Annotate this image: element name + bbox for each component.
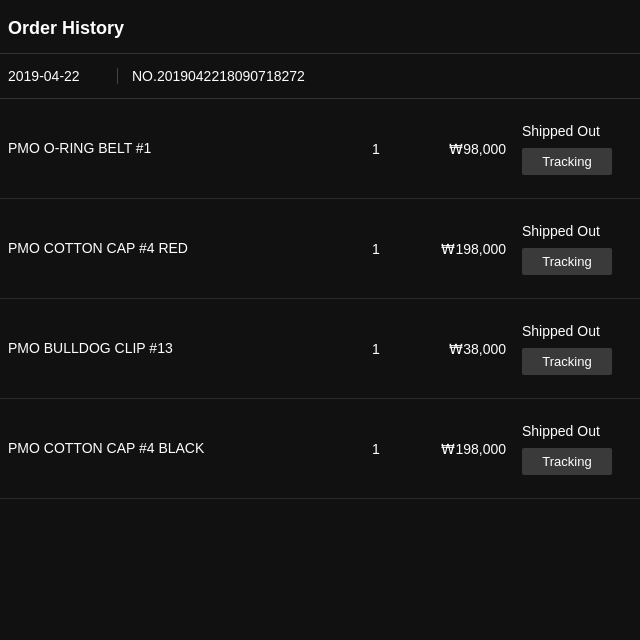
shipped-out-label-2: Shipped Out xyxy=(522,222,600,240)
item-status-col-1: Shipped Out Tracking xyxy=(522,122,632,175)
order-items-list: PMO O-RING BELT #1 1 ₩98,000 Shipped Out… xyxy=(0,99,640,499)
shipped-out-label-4: Shipped Out xyxy=(522,422,600,440)
order-date: 2019-04-22 xyxy=(8,68,118,84)
item-name-4: PMO COTTON CAP #4 BLACK xyxy=(8,439,362,459)
item-name-1: PMO O-RING BELT #1 xyxy=(8,139,362,159)
order-item-4: PMO COTTON CAP #4 BLACK 1 ₩198,000 Shipp… xyxy=(0,399,640,499)
order-number: NO.2019042218090718272 xyxy=(118,68,305,84)
item-qty-2: 1 xyxy=(362,241,390,257)
shipped-out-label-3: Shipped Out xyxy=(522,322,600,340)
item-price-3: ₩38,000 xyxy=(406,341,506,357)
item-qty-3: 1 xyxy=(362,341,390,357)
shipped-out-label-1: Shipped Out xyxy=(522,122,600,140)
item-qty-4: 1 xyxy=(362,441,390,457)
order-item-2: PMO COTTON CAP #4 RED 1 ₩198,000 Shipped… xyxy=(0,199,640,299)
item-status-col-4: Shipped Out Tracking xyxy=(522,422,632,475)
item-qty-1: 1 xyxy=(362,141,390,157)
item-name-3: PMO BULLDOG CLIP #13 xyxy=(8,339,362,359)
item-price-2: ₩198,000 xyxy=(406,241,506,257)
page-header: Order History xyxy=(0,0,640,54)
order-item-1: PMO O-RING BELT #1 1 ₩98,000 Shipped Out… xyxy=(0,99,640,199)
order-item-3: PMO BULLDOG CLIP #13 1 ₩38,000 Shipped O… xyxy=(0,299,640,399)
tracking-button-4[interactable]: Tracking xyxy=(522,448,612,475)
tracking-button-3[interactable]: Tracking xyxy=(522,348,612,375)
order-header: 2019-04-22 NO.2019042218090718272 xyxy=(0,54,640,99)
tracking-button-1[interactable]: Tracking xyxy=(522,148,612,175)
item-status-col-2: Shipped Out Tracking xyxy=(522,222,632,275)
tracking-button-2[interactable]: Tracking xyxy=(522,248,612,275)
item-name-2: PMO COTTON CAP #4 RED xyxy=(8,239,362,259)
item-status-col-3: Shipped Out Tracking xyxy=(522,322,632,375)
item-price-1: ₩98,000 xyxy=(406,141,506,157)
item-price-4: ₩198,000 xyxy=(406,441,506,457)
